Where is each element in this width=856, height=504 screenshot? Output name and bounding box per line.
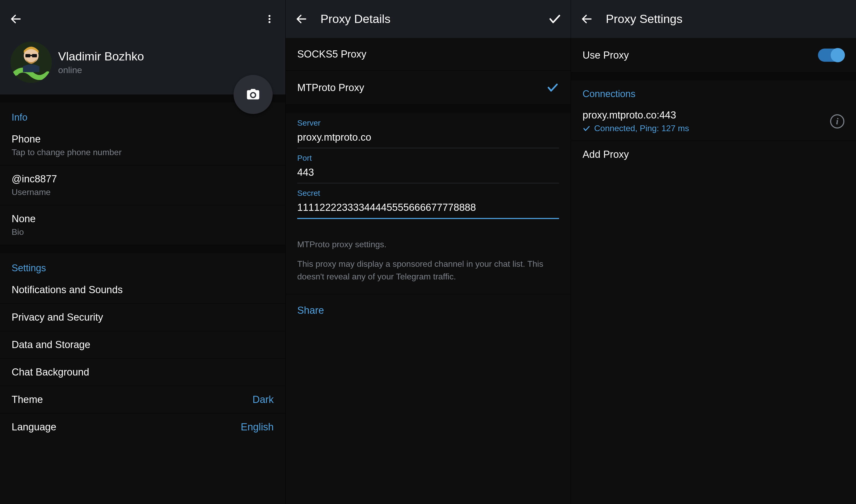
proxy-settings-panel: Proxy Settings Use Proxy Connections pro… (571, 0, 856, 504)
connection-host: proxy.mtproto.co:443 (583, 109, 689, 121)
secret-input[interactable] (297, 199, 559, 219)
username-sub: Username (12, 187, 274, 197)
profile-status: online (58, 65, 144, 75)
svg-point-1 (269, 15, 270, 17)
svg-point-2 (269, 18, 270, 20)
bio-row[interactable]: None Bio (0, 205, 285, 245)
connection-info-button[interactable]: i (830, 114, 844, 128)
settings-language-value: English (241, 421, 274, 433)
svg-rect-9 (30, 55, 32, 56)
svg-rect-8 (32, 54, 37, 57)
username-row[interactable]: @inc8877 Username (0, 165, 285, 205)
more-vertical-icon (264, 13, 275, 25)
server-field: Server (286, 113, 571, 148)
port-input[interactable] (297, 164, 559, 183)
settings-language-label: Language (12, 421, 56, 433)
settings-chatbg[interactable]: Chat Background (0, 359, 285, 386)
proxy-type-socks5[interactable]: SOCKS5 Proxy (286, 38, 571, 71)
settings-notifications-label: Notifications and Sounds (12, 284, 274, 295)
topbar-proxy-details: Proxy Details (286, 0, 571, 38)
bio-sub: Bio (12, 227, 274, 237)
change-photo-button[interactable] (234, 75, 273, 114)
settings-chatbg-label: Chat Background (12, 366, 274, 378)
settings-theme-value: Dark (253, 394, 274, 405)
add-proxy-label: Add Proxy (583, 149, 844, 160)
topbar-profile (0, 0, 285, 38)
proxy-help-line1: MTProto proxy settings. (297, 238, 559, 251)
svg-point-5 (14, 70, 19, 75)
proxy-settings-title: Proxy Settings (606, 12, 682, 26)
proxy-help-line2: This proxy may display a sponsored chann… (297, 257, 559, 283)
port-field: Port (286, 148, 571, 183)
connection-status: Connected, Ping: 127 ms (583, 124, 689, 133)
settings-privacy[interactable]: Privacy and Security (0, 304, 285, 331)
avatar[interactable] (11, 42, 52, 83)
secret-field: Secret (286, 183, 571, 227)
settings-data[interactable]: Data and Storage (0, 331, 285, 359)
confirm-button[interactable] (547, 12, 562, 26)
proxy-details-panel: Proxy Details SOCKS5 Proxy MTProto Proxy… (285, 0, 571, 504)
add-proxy-row[interactable]: Add Proxy (571, 141, 856, 168)
settings-privacy-label: Privacy and Security (12, 312, 274, 323)
settings-theme[interactable]: Theme Dark (0, 386, 285, 414)
topbar-proxy-settings: Proxy Settings (571, 0, 856, 38)
svg-point-3 (269, 21, 270, 23)
check-icon (546, 81, 559, 94)
share-label: Share (297, 305, 324, 316)
phone-label: Phone (12, 133, 274, 145)
svg-rect-7 (25, 54, 30, 57)
profile-name-block: Vladimir Bozhko online (58, 50, 144, 75)
server-input[interactable] (297, 128, 559, 148)
bio-value: None (12, 213, 274, 224)
settings-data-label: Data and Storage (12, 339, 274, 350)
connections-header: Connections (571, 80, 856, 102)
profile-header: Vladimir Bozhko online (0, 38, 285, 94)
server-label: Server (297, 119, 559, 127)
settings-language[interactable]: Language English (0, 414, 285, 441)
switch-knob-icon (831, 48, 845, 62)
back-arrow-icon (580, 13, 593, 25)
back-button[interactable] (579, 12, 594, 26)
settings-notifications[interactable]: Notifications and Sounds (0, 276, 285, 304)
phone-row[interactable]: Phone Tap to change phone number (0, 126, 285, 165)
connection-text: proxy.mtproto.co:443 Connected, Ping: 12… (583, 109, 689, 133)
connection-row[interactable]: proxy.mtproto.co:443 Connected, Ping: 12… (571, 102, 856, 141)
use-proxy-row[interactable]: Use Proxy (571, 38, 856, 73)
proxy-type-mtproto[interactable]: MTProto Proxy (286, 71, 571, 105)
proxy-type-socks5-label: SOCKS5 Proxy (297, 49, 366, 60)
use-proxy-label: Use Proxy (583, 50, 629, 61)
proxy-help-text: MTProto proxy settings. This proxy may d… (286, 227, 571, 294)
info-icon: i (836, 116, 838, 126)
check-icon (583, 125, 590, 132)
phone-sub: Tap to change phone number (12, 147, 274, 157)
profile-panel: Vladimir Bozhko online Info Phone Tap to… (0, 0, 285, 504)
username-value: @inc8877 (12, 173, 274, 185)
proxy-type-mtproto-label: MTProto Proxy (297, 82, 364, 93)
check-icon (548, 12, 562, 26)
secret-label: Secret (297, 189, 559, 198)
back-arrow-icon (10, 13, 22, 25)
back-arrow-icon (295, 13, 308, 25)
proxy-details-title: Proxy Details (321, 12, 391, 26)
connection-status-text: Connected, Ping: 127 ms (594, 124, 689, 133)
back-button[interactable] (294, 12, 309, 26)
more-menu-button[interactable] (262, 12, 277, 26)
back-button[interactable] (8, 12, 23, 26)
settings-theme-label: Theme (12, 394, 43, 405)
share-button[interactable]: Share (286, 294, 571, 327)
use-proxy-switch[interactable] (818, 49, 844, 62)
avatar-illustration-icon (11, 42, 52, 83)
port-label: Port (297, 154, 559, 163)
settings-header: Settings (0, 253, 285, 276)
profile-name: Vladimir Bozhko (58, 50, 144, 63)
camera-icon (246, 87, 260, 102)
